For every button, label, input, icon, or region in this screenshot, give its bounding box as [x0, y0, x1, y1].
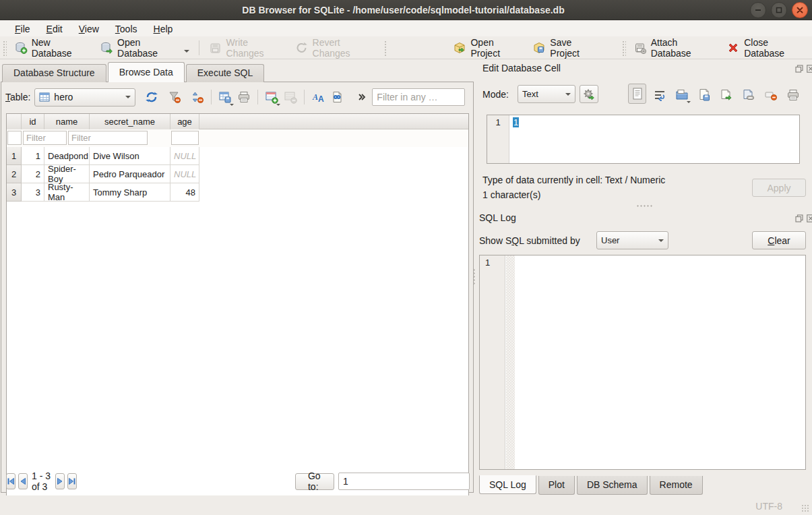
cell[interactable]: Tommy Sharp [90, 183, 170, 202]
cell[interactable]: Deadpond [44, 147, 90, 165]
filter-any-column-input[interactable] [372, 88, 465, 106]
column-header-age[interactable]: age [170, 114, 199, 129]
table-selector-value: hero [54, 92, 73, 102]
cell[interactable]: Dive Wilson [90, 147, 170, 165]
tab-browse-data[interactable]: Browse Data [108, 62, 185, 82]
resize-grip[interactable] [801, 504, 809, 512]
cell[interactable]: NULL [170, 165, 199, 183]
toolbar-drag-handle[interactable] [383, 40, 388, 56]
open-in-external-button[interactable] [717, 86, 736, 104]
menu-help[interactable]: Help [146, 22, 181, 36]
auto-switch-mode-button[interactable] [580, 85, 598, 103]
tab-remote[interactable]: Remote [650, 476, 703, 495]
table-row[interactable]: 1 1 Deadpond Dive Wilson NULL [7, 147, 468, 165]
last-page-button[interactable] [67, 473, 77, 489]
mode-label: Mode: [482, 89, 509, 100]
word-wrap-button[interactable] [650, 86, 669, 104]
tab-db-schema[interactable]: DB Schema [577, 476, 648, 495]
data-grid[interactable]: id name secret_name age 1 1 Deadpond Div… [6, 113, 469, 499]
set-null-button[interactable] [761, 86, 780, 104]
cell[interactable]: 1 [22, 147, 44, 165]
row-number[interactable]: 1 [7, 147, 22, 165]
find-in-table-button[interactable] [327, 88, 346, 107]
close-dock-icon[interactable] [806, 214, 812, 222]
float-dock-icon[interactable] [794, 64, 803, 73]
print-button[interactable] [235, 88, 253, 107]
open-database-button[interactable]: Open Database [94, 34, 195, 61]
attach-database-button[interactable]: Attach Database [628, 34, 722, 61]
cell-editor-content[interactable]: 1 [513, 117, 519, 127]
minimize-button[interactable] [750, 2, 766, 18]
import-cell-data-button[interactable] [673, 86, 691, 104]
dock-splitter-handle[interactable] [636, 204, 654, 208]
panel-splitter-handle[interactable] [472, 268, 476, 286]
toolbar-drag-handle[interactable] [2, 40, 7, 56]
first-page-button[interactable] [6, 473, 15, 489]
toolbar-overflow-icon[interactable] [357, 92, 367, 102]
menu-view[interactable]: View [71, 22, 107, 36]
menu-edit[interactable]: Edit [38, 22, 71, 36]
tab-execute-sql[interactable]: Execute SQL [186, 64, 265, 82]
clear-filters-button[interactable] [165, 88, 184, 107]
row-number[interactable]: 3 [7, 183, 22, 202]
cell[interactable]: 3 [22, 183, 44, 202]
copy-as-link-button[interactable] [739, 86, 758, 104]
menu-file[interactable]: File [7, 22, 38, 36]
tab-sql-log[interactable]: SQL Log [479, 475, 536, 494]
save-project-button[interactable]: Save Project [527, 34, 605, 61]
tab-plot[interactable]: Plot [538, 476, 575, 495]
column-header-secret-name[interactable]: secret_name [90, 114, 170, 129]
grid-corner-header[interactable] [7, 114, 22, 129]
cell[interactable]: 48 [170, 183, 199, 202]
goto-page-input[interactable] [338, 473, 470, 490]
cell[interactable]: Pedro Parqueador [90, 165, 170, 183]
export-cell-data-button[interactable] [695, 86, 714, 104]
selected-text: 1 [513, 117, 519, 127]
clear-sorting-button[interactable] [188, 88, 207, 107]
column-header-name[interactable]: name [44, 114, 90, 129]
table-selector[interactable]: hero [34, 88, 135, 107]
tab-database-structure[interactable]: Database Structure [2, 64, 106, 82]
open-database-dropdown-icon[interactable] [184, 50, 189, 53]
open-external-icon [720, 88, 733, 102]
edit-display-format-button[interactable]: AA [309, 88, 327, 107]
cell[interactable]: Rusty-Man [44, 183, 90, 202]
filter-secret-name-input[interactable] [69, 131, 147, 144]
prev-page-button[interactable] [18, 473, 28, 489]
cell[interactable]: NULL [170, 147, 199, 165]
sql-log-view[interactable]: 1 [479, 255, 806, 470]
close-button[interactable] [792, 2, 808, 18]
show-sql-label: Show SQL submitted by [479, 235, 580, 246]
new-database-button[interactable]: New Database [9, 34, 94, 61]
table-row[interactable]: 2 2 Spider-Boy Pedro Parqueador NULL [7, 165, 468, 183]
titlebar[interactable]: DB Browser for SQLite - /home/user/code/… [0, 0, 812, 20]
sql-source-selector[interactable]: User [596, 231, 668, 249]
table-row[interactable]: 3 3 Rusty-Man Tommy Sharp 48 [7, 183, 468, 202]
cell-editor[interactable]: 1 1 [487, 115, 800, 164]
refresh-button[interactable] [142, 88, 161, 107]
column-header-id[interactable]: id [22, 114, 44, 129]
float-dock-icon[interactable] [794, 214, 803, 222]
maximize-button[interactable] [771, 2, 787, 18]
text-mode-toggle-button[interactable] [628, 84, 646, 104]
dock-tab-bar: SQL Log Plot DB Schema Remote [479, 476, 705, 495]
print-cell-button[interactable] [784, 86, 803, 104]
first-page-icon [7, 477, 15, 485]
filter-name-input[interactable] [24, 131, 66, 144]
save-results-button[interactable] [216, 88, 235, 107]
toolbar-drag-handle[interactable] [621, 40, 626, 56]
close-dock-icon[interactable] [806, 64, 812, 73]
cell[interactable]: Spider-Boy [44, 165, 90, 183]
menu-tools[interactable]: Tools [107, 22, 146, 36]
goto-button[interactable]: Go to: [295, 473, 334, 490]
filter-id-input[interactable] [8, 131, 21, 144]
filter-age-input[interactable] [172, 131, 198, 144]
close-database-button[interactable]: Close Database [721, 34, 812, 61]
cell[interactable]: 2 [22, 165, 44, 183]
mode-selector[interactable]: Text [518, 85, 575, 103]
row-number[interactable]: 2 [7, 165, 22, 183]
next-page-button[interactable] [55, 473, 65, 489]
clear-log-button[interactable]: Clear [752, 231, 806, 249]
insert-record-button[interactable] [262, 88, 281, 107]
open-project-button[interactable]: Open Project [447, 34, 527, 61]
